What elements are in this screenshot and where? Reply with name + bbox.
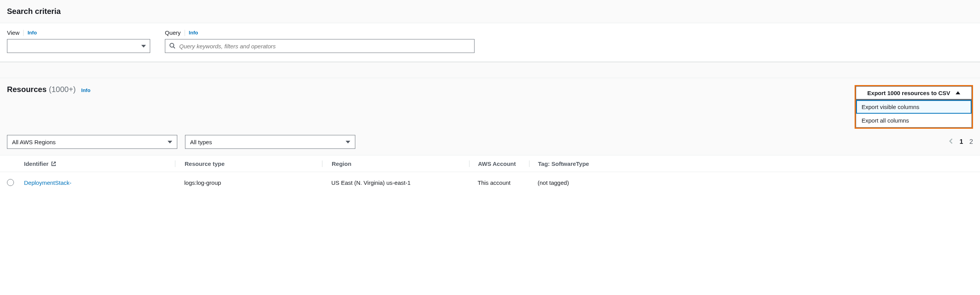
col-label-identifier: Identifier [24,160,48,167]
row-identifier-cell: DeploymentStack- [24,179,175,186]
view-label: View [7,29,19,36]
resources-panel: Resources (1000+) Info Export 1000 resou… [0,78,980,193]
table-row: DeploymentStack- logs:log-group US East … [0,172,980,193]
filter-row: All AWS Regions All types 1 2 [0,129,980,155]
row-account-cell: This account [469,179,529,186]
chevron-down-icon [168,141,172,143]
resources-count: (1000+) [49,85,76,94]
col-label-tag: Tag: SoftwareType [538,160,589,167]
external-link-icon [51,161,57,167]
view-select[interactable] [7,39,150,53]
query-label: Query [165,29,181,36]
export-menu-item-visible[interactable]: Export visible columns [856,100,971,114]
row-select-radio[interactable] [7,179,14,186]
query-field-group: Query Info [165,29,475,53]
search-criteria-panel: Search criteria View Info Query Info [0,0,980,62]
row-identifier-link[interactable]: DeploymentStack- [24,179,72,186]
row-select-cell [7,179,24,186]
regions-filter-value: All AWS Regions [12,139,56,145]
divider [23,30,24,36]
types-filter-select[interactable]: All types [185,135,355,149]
regions-filter-select[interactable]: All AWS Regions [7,135,177,149]
query-label-row: Query Info [165,29,475,36]
resources-title: Resources [7,85,46,94]
row-type-cell: logs:log-group [175,179,322,186]
panel-spacer [0,62,980,78]
svg-line-1 [173,47,175,48]
view-label-row: View Info [7,29,150,36]
query-input-wrapper[interactable] [165,39,475,53]
resources-info-link[interactable]: Info [81,87,91,93]
table-header-identifier[interactable]: Identifier [24,160,175,167]
search-criteria-header: Search criteria [0,0,980,23]
svg-point-0 [170,43,174,47]
row-tag-cell: (not tagged) [529,179,973,186]
search-criteria-title: Search criteria [7,7,973,16]
pagination: 1 2 [949,138,973,147]
col-label-type: Resource type [185,160,224,167]
export-dropdown-area: Export 1000 resources to CSV Export visi… [855,85,973,129]
types-filter-value: All types [190,139,212,145]
pager-page-1[interactable]: 1 [959,138,963,146]
export-menu: Export visible columns Export all column… [856,99,972,128]
resources-header-row: Resources (1000+) Info Export 1000 resou… [0,85,980,129]
export-button[interactable]: Export 1000 resources to CSV [856,86,972,99]
table-header-row: Identifier Resource type Region AWS Acco… [0,155,980,172]
pager-prev[interactable] [949,138,953,147]
table-header-tag[interactable]: Tag: SoftwareType [529,160,973,167]
view-info-link[interactable]: Info [27,30,37,36]
query-info-link[interactable]: Info [189,30,198,36]
search-icon [169,43,175,50]
row-region-cell: US East (N. Virginia) us-east-1 [322,179,469,186]
export-highlight-box: Export 1000 resources to CSV Export visi… [855,85,973,129]
export-menu-item-all[interactable]: Export all columns [856,114,971,127]
col-label-account: AWS Account [478,160,516,167]
table-header-region[interactable]: Region [322,160,469,167]
chevron-down-icon [346,141,350,143]
chevron-down-icon [141,45,146,48]
triangle-up-icon [956,91,960,94]
export-button-label: Export 1000 resources to CSV [867,90,950,96]
query-input[interactable] [179,43,470,49]
search-criteria-body: View Info Query Info [0,23,980,61]
resources-title-group: Resources (1000+) Info [7,85,91,94]
resources-table: Identifier Resource type Region AWS Acco… [0,155,980,193]
table-header-resource-type[interactable]: Resource type [175,160,322,167]
pager-page-2[interactable]: 2 [970,138,973,146]
col-label-region: Region [332,160,351,167]
view-field-group: View Info [7,29,150,53]
divider [185,30,185,36]
table-header-account[interactable]: AWS Account [469,160,529,167]
